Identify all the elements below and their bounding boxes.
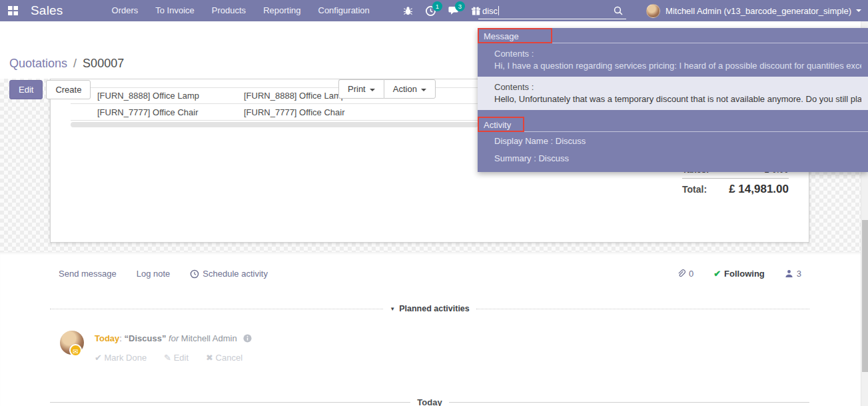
caret-down-icon xyxy=(370,89,375,91)
create-button[interactable]: Create xyxy=(46,80,91,99)
product-cell[interactable]: [FURN_7777] Office Chair xyxy=(71,107,244,117)
activity-buttons: ✔ Mark Done ✎ Edit ✖ Cancel xyxy=(95,353,252,363)
attachment-count: 0 xyxy=(689,269,693,279)
envelope-badge-icon: ✉ xyxy=(69,344,82,357)
result-text: Hi, I have a question regarding services… xyxy=(494,61,861,71)
check-icon: ✔ xyxy=(95,353,102,363)
total-value: £ 14,981.00 xyxy=(729,183,789,196)
action-dropdown-button[interactable]: Action xyxy=(384,79,436,99)
search-results-dropdown: Message Contents : Hi, I have a question… xyxy=(478,28,868,172)
table-horizontal-scrollbar[interactable] xyxy=(71,122,478,127)
total-label: Total: xyxy=(682,184,707,195)
menu-to-invoice[interactable]: To Invoice xyxy=(147,0,203,21)
search-result-activity[interactable]: Summary : Discuss xyxy=(478,149,868,167)
today-label: Today xyxy=(417,397,442,406)
search-result-activity[interactable]: Display Name : Discuss xyxy=(478,132,868,149)
divider-line xyxy=(449,402,809,403)
search-icon xyxy=(613,5,624,16)
section-header-activity: Activity xyxy=(478,117,868,132)
user-menu[interactable]: Mitchell Admin (v13_barcode_generator_si… xyxy=(646,0,861,21)
edit-activity-button[interactable]: ✎ Edit xyxy=(164,353,189,363)
attachments-button[interactable]: 0 xyxy=(676,269,693,279)
planned-activities-divider[interactable]: ▼ Planned activities xyxy=(50,304,809,313)
activity-count-badge: 1 xyxy=(432,1,442,11)
user-avatar xyxy=(646,4,660,18)
message-count-badge: 3 xyxy=(455,1,465,11)
menu-products[interactable]: Products xyxy=(203,0,254,21)
main-menu: Orders To Invoice Products Reporting Con… xyxy=(103,0,378,21)
result-field-label: Contents : xyxy=(494,82,861,92)
menu-configuration[interactable]: Configuration xyxy=(310,0,378,21)
caret-down-icon: ▼ xyxy=(390,306,395,312)
action-buttons: Print Action xyxy=(338,79,436,99)
menu-reporting[interactable]: Reporting xyxy=(254,0,309,21)
planned-activities-label: ▼ Planned activities xyxy=(390,304,470,313)
breadcrumb-current: S00007 xyxy=(83,57,124,70)
today-date-divider: Today xyxy=(50,397,809,406)
systray: 1 3 xyxy=(397,0,488,21)
print-dropdown-button[interactable]: Print xyxy=(338,79,384,99)
send-message-button[interactable]: Send message xyxy=(59,269,117,279)
followers-button[interactable]: 3 xyxy=(785,269,801,279)
chevron-down-icon xyxy=(856,9,861,12)
debug-bug-icon[interactable] xyxy=(397,0,420,21)
activities-clock-icon[interactable]: 1 xyxy=(420,0,442,21)
cancel-activity-button[interactable]: ✖ Cancel xyxy=(206,353,242,363)
search-result-message[interactable]: Contents : Hi, I have a question regardi… xyxy=(478,43,868,77)
vertical-scrollbar-thumb[interactable] xyxy=(862,220,868,372)
activity-summary: “Discuss” xyxy=(125,333,167,343)
clock-icon xyxy=(190,269,199,279)
edit-button[interactable]: Edit xyxy=(9,80,43,99)
pencil-icon: ✎ xyxy=(164,353,171,363)
search-query-text: disc xyxy=(482,6,498,16)
result-field-label: Contents : xyxy=(494,49,861,59)
breadcrumb-quotations-link[interactable]: Quotations xyxy=(9,57,67,70)
totals-divider xyxy=(682,178,789,179)
app-brand[interactable]: Sales xyxy=(25,3,69,18)
top-navbar: Sales Orders To Invoice Products Reporti… xyxy=(0,0,868,21)
product-cell[interactable]: [FURN_8888] Office Lamp xyxy=(71,91,244,101)
breadcrumb-separator: / xyxy=(73,57,77,70)
activity-headline: Today: “Discuss” for Mitchell Admin xyxy=(95,333,252,343)
global-search-input[interactable]: disc xyxy=(478,3,626,19)
chatter: Send message Log note Schedule activity … xyxy=(0,252,868,406)
messages-chat-icon[interactable]: 3 xyxy=(442,0,465,21)
divider-line xyxy=(50,309,383,309)
cross-icon: ✖ xyxy=(206,353,213,363)
activity-avatar-wrap: ✉ xyxy=(60,331,84,355)
paperclip-icon xyxy=(676,269,685,279)
search-result-message-selected[interactable]: Contents : Hello, Unfortunately that was… xyxy=(478,77,868,110)
info-icon[interactable] xyxy=(243,334,252,343)
menu-orders[interactable]: Orders xyxy=(103,0,147,21)
caret-down-icon xyxy=(421,89,426,91)
log-note-button[interactable]: Log note xyxy=(137,269,171,279)
mark-done-button[interactable]: ✔ Mark Done xyxy=(95,353,147,363)
section-header-message: Message xyxy=(478,28,868,43)
apps-menu-icon[interactable] xyxy=(0,0,25,21)
user-name: Mitchell Admin (v13_barcode_generator_si… xyxy=(665,6,851,16)
breadcrumb: Quotations / S00007 xyxy=(9,57,124,71)
text-cursor xyxy=(498,6,499,15)
check-icon: ✔ xyxy=(713,269,721,279)
activity-assignee: Mitchell Admin xyxy=(181,333,237,343)
activity-for-label: for xyxy=(169,333,179,343)
total-row: Total: £ 14,981.00 xyxy=(682,181,789,197)
planned-activity-item: ✉ Today: “Discuss” for Mitchell Admin ✔ … xyxy=(60,331,252,363)
divider-line xyxy=(50,402,410,403)
record-buttons: Edit Create xyxy=(9,80,94,99)
person-icon xyxy=(785,269,793,278)
schedule-activity-button[interactable]: Schedule activity xyxy=(190,269,268,279)
message-section-title: Message xyxy=(478,28,552,43)
odoo-sales-screen: Sales Orders To Invoice Products Reporti… xyxy=(0,0,868,406)
chatter-actions: Send message Log note Schedule activity xyxy=(59,269,268,279)
activity-due-date: Today xyxy=(95,333,119,343)
activity-body: Today: “Discuss” for Mitchell Admin ✔ Ma… xyxy=(95,331,252,363)
result-text: Hello, Unfortunately that was a temporar… xyxy=(494,94,861,104)
following-button[interactable]: ✔ Following xyxy=(713,269,765,279)
activity-section-title: Activity xyxy=(478,117,524,132)
divider-line xyxy=(476,309,809,309)
chatter-meta: 0 ✔ Following 3 xyxy=(676,269,801,279)
follower-count: 3 xyxy=(797,269,801,279)
